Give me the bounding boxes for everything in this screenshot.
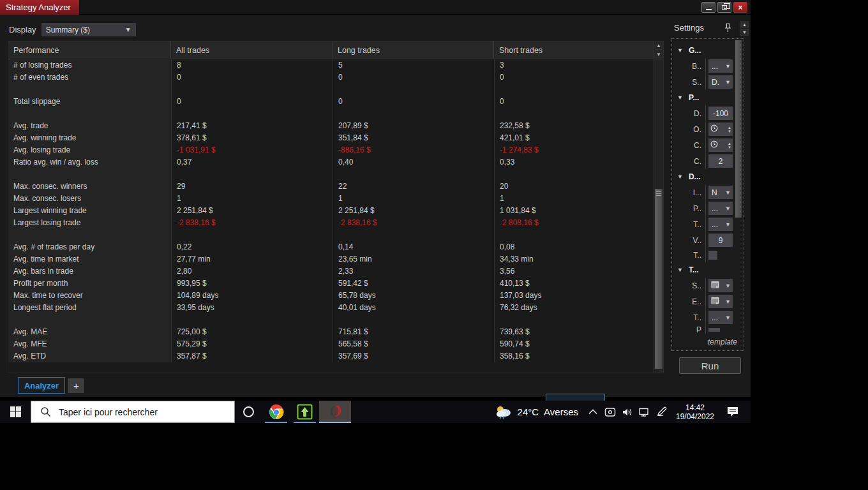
action-center-button[interactable] [720,406,745,418]
table-row[interactable] [8,229,663,241]
titlebar[interactable]: Strategy Analyzer × [0,0,751,15]
column-header-all-trades[interactable]: All trades [171,41,333,59]
taskbar-clock[interactable]: 14:42 19/04/2022 [670,403,720,421]
table-row[interactable]: Avg. winning trade378,61 $351,84 $421,01… [8,132,663,144]
collapse-triangle-icon[interactable]: ▼ [677,94,683,101]
settings-item-label: I... [676,188,701,197]
settings-dropdown[interactable]: ...▼ [708,59,733,73]
template-link[interactable]: template [708,338,737,346]
spinner-arrows-icon[interactable]: ▲▼ [728,126,731,133]
settings-text-input[interactable]: -100 [708,107,733,120]
clock-icon [710,140,718,150]
table-row[interactable] [8,108,663,120]
scroll-down-icon[interactable]: ▼ [654,50,663,59]
settings-group-header[interactable]: ▼T... [672,262,744,278]
tab-analyzer[interactable]: Analyzer [18,377,65,394]
tray-device-icon[interactable] [601,401,618,423]
table-row[interactable]: Avg. time in market27,77 min23,65 min34,… [8,253,663,265]
collapse-triangle-icon[interactable]: ▼ [677,47,683,54]
tray-network-icon[interactable] [636,401,653,423]
cell-short-trades: 20 [494,181,644,193]
settings-dropdown[interactable]: N▼ [708,186,733,199]
settings-checkbox[interactable] [708,251,717,260]
collapse-triangle-icon[interactable]: ▼ [677,174,683,180]
table-row[interactable]: Largest losing trade-2 838,16 $-2 838,16… [8,217,663,229]
taskbar-chrome-button[interactable] [262,401,290,423]
settings-date-picker[interactable]: ▼ [708,279,733,292]
table-row[interactable]: Avg. ETD357,87 $357,69 $358,16 $ [8,350,663,362]
cell-long-trades: 2 251,84 $ [333,205,494,217]
settings-item: C.▲▼ [672,137,744,153]
table-row[interactable]: Largest winning trade2 251,84 $2 251,84 … [8,205,663,217]
table-row[interactable]: Avg. trade217,41 $207,89 $232,58 $ [8,120,663,132]
restore-button[interactable] [717,2,731,13]
spinner-arrows-icon[interactable]: ▲▼ [728,142,731,149]
taskbar-weather-widget[interactable]: 24°C Averses [488,405,585,420]
panel-scroll-up-icon[interactable]: ▲ [740,21,749,28]
taskbar-ninjatrader-green-button[interactable] [290,401,319,423]
settings-date-picker[interactable]: ▼ [708,295,733,308]
background-window-edge[interactable] [546,394,605,401]
table-row[interactable]: Avg. MFE575,29 $565,58 $590,74 $ [8,338,663,350]
table-row[interactable]: Profit per month993,95 $591,42 $410,13 $ [8,278,663,290]
cell-long-trades [333,84,494,96]
settings-time-picker[interactable]: ▲▼ [708,138,733,152]
close-button[interactable]: × [733,2,747,13]
tray-chevron-up-icon[interactable] [585,409,601,415]
column-header-short-trades[interactable]: Short trades [494,41,644,59]
tray-pen-icon[interactable] [653,401,670,423]
settings-scrollbar-thumb[interactable] [735,40,742,218]
minimize-button[interactable] [701,2,715,13]
settings-dropdown[interactable]: D.▼ [708,75,733,89]
table-row[interactable]: # of even trades000 [8,71,663,84]
cell-long-trades: 0 [333,96,494,108]
taskbar-ninjatrader-button[interactable] [319,401,351,423]
table-row[interactable]: Avg. MAE725,00 $715,81 $739,63 $ [8,326,663,338]
settings-group-header[interactable]: ▼P... [672,90,744,105]
taskbar-search-input[interactable]: Taper ici pour rechercher [31,401,235,423]
row-label: Profit per month [8,278,171,290]
display-dropdown[interactable]: Summary ($) ▼ [41,23,136,36]
settings-time-picker[interactable]: ▲▼ [708,122,733,136]
column-header-long-trades[interactable]: Long trades [333,41,494,59]
start-button[interactable] [0,401,31,423]
settings-text-input[interactable]: 9 [708,234,733,247]
table-row[interactable]: Ratio avg. win / avg. loss0,370,400,33 [8,156,663,168]
run-button[interactable]: Run [679,357,741,374]
table-row[interactable]: # of losing trades853 [8,59,663,71]
table-scrollbar[interactable]: ▲ ▼ [654,41,663,373]
table-row[interactable]: Avg. losing trade-1 031,91 $-886,16 $-1 … [8,144,663,156]
settings-text-input[interactable]: 2 [708,154,733,168]
table-row[interactable]: Avg. bars in trade2,802,333,56 [8,265,663,278]
settings-dropdown[interactable]: ...▼ [708,311,733,324]
table-row[interactable]: Max. consec. winners292220 [8,181,663,193]
windows-logo-icon [10,406,21,417]
ninjatrader-green-icon [297,404,313,420]
tray-speaker-icon[interactable] [618,401,636,423]
collapse-triangle-icon[interactable]: ▼ [677,267,683,273]
scroll-up-icon[interactable]: ▲ [654,41,663,50]
cell-all-trades: 2,80 [171,265,333,278]
column-header-performance[interactable]: Performance [8,41,171,59]
row-label: Total slippage [8,96,171,108]
add-tab-button[interactable]: + [68,378,84,393]
cell-all-trades: 575,29 $ [171,338,333,350]
table-row[interactable] [8,314,663,326]
table-row[interactable]: Longest flat period33,95 days40,01 days7… [8,302,663,314]
table-row[interactable]: Avg. # of trades per day0,220,140,08 [8,241,663,253]
pin-icon[interactable] [724,23,731,35]
table-scrollbar-thumb[interactable] [655,189,662,369]
settings-item-label: P.. [676,204,701,213]
cortana-button[interactable] [235,401,262,423]
table-row[interactable] [8,84,663,96]
table-row[interactable]: Max. time to recover104,89 days65,78 day… [8,290,663,302]
table-row[interactable]: Max. consec. losers111 [8,193,663,205]
settings-dropdown[interactable]: ...▼ [708,218,733,231]
table-row[interactable]: Total slippage000 [8,96,663,108]
settings-group-header[interactable]: ▼D... [672,169,744,184]
table-row[interactable] [8,168,663,181]
cell-short-trades: 3 [494,59,644,71]
settings-dropdown[interactable]: ...▼ [708,202,733,215]
settings-group-header[interactable]: ▼G... [672,43,744,58]
panel-scroll-down-icon[interactable]: ▼ [740,29,749,36]
